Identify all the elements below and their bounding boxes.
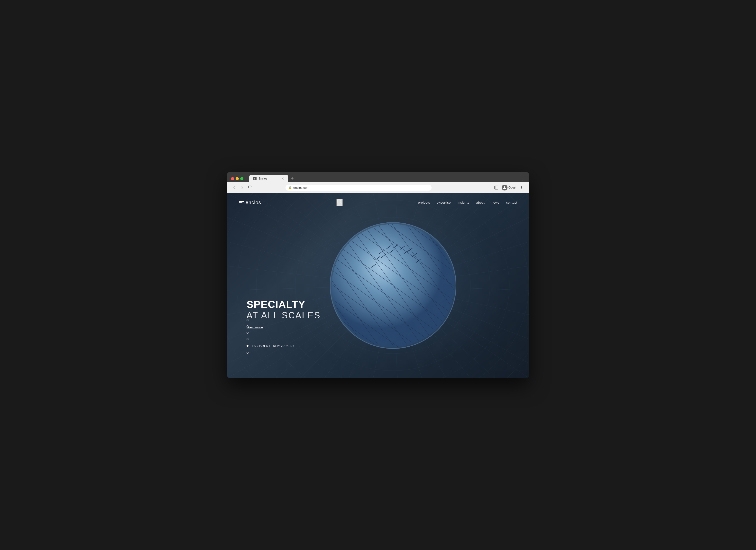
dot-1[interactable]	[247, 326, 249, 328]
dome-grid-svg	[331, 223, 456, 348]
website: enclos projects expertise insights about…	[227, 193, 529, 378]
slide-dot-4[interactable]: FULTON ST | NEW YORK, NY	[247, 345, 294, 347]
lock-icon: 🔒	[288, 186, 292, 189]
hero-title-bold: SPECIALTY	[247, 299, 321, 310]
slide-dot-3[interactable]	[247, 338, 294, 340]
refresh-button[interactable]	[247, 184, 253, 191]
logo-line-2	[239, 202, 242, 203]
logo-line-3	[239, 204, 241, 204]
maximize-button[interactable]	[240, 177, 243, 180]
toolbar-right: Guest	[493, 184, 525, 191]
dome-visual	[330, 222, 456, 349]
svg-point-100	[337, 200, 341, 203]
svg-rect-2	[254, 179, 255, 179]
dot-2[interactable]	[247, 332, 249, 334]
browser-chrome: Enclos ✕ + ⌄	[227, 172, 529, 193]
active-tab[interactable]: Enclos ✕	[249, 175, 288, 182]
search-center	[261, 199, 418, 206]
svg-point-7	[521, 187, 522, 188]
back-button[interactable]	[231, 184, 238, 191]
user-menu[interactable]: Guest	[502, 185, 516, 190]
minimize-button[interactable]	[236, 177, 239, 180]
svg-point-8	[521, 188, 522, 189]
tab-bar: Enclos ✕ + ⌄	[249, 175, 525, 182]
tab-close-button[interactable]: ✕	[281, 177, 284, 180]
url-bar[interactable]: 🔒 enclos.com	[286, 185, 432, 191]
sidebar-toggle-button[interactable]	[493, 184, 500, 191]
forward-button[interactable]	[239, 184, 246, 191]
dot-label: FULTON ST	[252, 345, 270, 347]
slide-dot-0[interactable]	[247, 319, 294, 321]
logo-line-1	[239, 201, 244, 202]
svg-point-6	[521, 186, 522, 187]
dot-0[interactable]	[247, 319, 249, 321]
nav-insights[interactable]: insights	[458, 201, 469, 204]
nav-expertise[interactable]: expertise	[437, 201, 451, 204]
browser-window: Enclos ✕ + ⌄	[227, 172, 529, 378]
close-button[interactable]	[231, 177, 234, 180]
logo-icon	[239, 201, 244, 204]
tab-title: Enclos	[258, 177, 279, 180]
menu-button[interactable]	[518, 184, 525, 191]
user-avatar	[502, 185, 507, 190]
nav-about[interactable]: about	[476, 201, 485, 204]
slide-dot-5[interactable]	[247, 352, 294, 354]
site-nav: projects expertise insights about news c…	[418, 201, 517, 204]
dot-sublabel: | NEW YORK, NY	[271, 345, 294, 347]
dome-inner	[330, 222, 456, 349]
svg-rect-3	[495, 186, 498, 189]
nav-news[interactable]: news	[491, 201, 499, 204]
svg-rect-1	[254, 178, 255, 179]
address-bar: 🔒 enclos.com	[227, 182, 529, 193]
new-tab-button[interactable]: +	[289, 175, 296, 182]
url-text: enclos.com	[293, 186, 309, 189]
slide-dot-2[interactable]	[247, 332, 294, 334]
tab-favicon	[253, 177, 257, 180]
svg-line-101	[341, 203, 342, 204]
tab-dropdown-button[interactable]: ⌄	[521, 177, 525, 182]
svg-rect-0	[254, 178, 256, 178]
traffic-lights	[231, 177, 243, 180]
dot-5[interactable]	[247, 352, 249, 354]
site-header: enclos projects expertise insights about…	[227, 193, 529, 212]
nav-projects[interactable]: projects	[418, 201, 430, 204]
logo-text: enclos	[246, 200, 261, 205]
title-bar: Enclos ✕ + ⌄	[227, 172, 529, 182]
slide-indicators: FULTON ST | NEW YORK, NY	[247, 319, 294, 354]
nav-contact[interactable]: contact	[506, 201, 517, 204]
dot-3[interactable]	[247, 338, 249, 340]
site-logo[interactable]: enclos	[239, 200, 261, 205]
user-label: Guest	[508, 186, 516, 189]
search-button[interactable]	[336, 199, 343, 206]
nav-buttons	[231, 184, 253, 191]
slide-dot-1[interactable]	[247, 326, 294, 328]
dot-4-active[interactable]	[247, 345, 249, 347]
